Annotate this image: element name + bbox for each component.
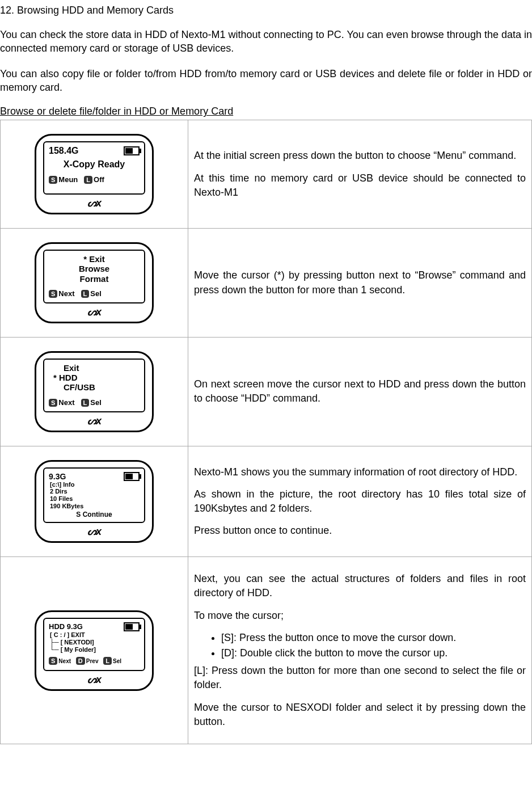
instruction-text: On next screen move the cursor next to H… <box>194 377 526 406</box>
table-row: 158.4G X-Copy Ready SMeun LOff ᔕx <box>1 120 532 229</box>
section-title: 12. Browsing HDD and Memory Cards <box>0 5 532 16</box>
s-badge-label: Next <box>58 398 74 407</box>
tree-line: └─ [ My Folder] <box>50 646 140 653</box>
brand-logo: ᔕx <box>43 525 145 538</box>
l-badge: L <box>84 176 92 184</box>
device-cell: Exit * HDD CF/USB SNext LSel ᔕx <box>1 337 188 446</box>
instruction-text: Move the cursor to NESXODI folder and se… <box>194 701 526 729</box>
instruction-cell: Move the cursor (*) by pressing button n… <box>188 229 532 338</box>
instruction-text: [L]: Press down the button for more than… <box>194 664 526 692</box>
l-badge-label: Sel <box>90 398 102 407</box>
menu-item: Browse <box>49 264 140 273</box>
s-badge-label: Meun <box>58 175 78 184</box>
status-label: X-Copy Ready <box>49 159 140 170</box>
instruction-table: 158.4G X-Copy Ready SMeun LOff ᔕx <box>0 120 532 744</box>
d-badge: D <box>76 657 85 665</box>
storage-label: 9.3G <box>49 472 66 481</box>
device-frame: Exit * HDD CF/USB SNext LSel ᔕx <box>35 351 154 432</box>
device-cell: 9.3G [c:\] Info 2 Dirs 10 Files 190 KByt… <box>1 446 188 557</box>
instruction-cell: At the initial screen press down the but… <box>188 120 532 229</box>
table-row: Exit * HDD CF/USB SNext LSel ᔕx <box>1 337 532 446</box>
s-badge: S <box>49 657 57 665</box>
menu-item: CF/USB <box>53 382 140 392</box>
continue-label: S Continue <box>49 511 140 518</box>
info-line: 2 Dirs <box>50 488 140 495</box>
l-badge-label: Sel <box>113 658 121 664</box>
menu-item: Exit <box>53 363 140 373</box>
instruction-text: Next, you can see the actual structures … <box>194 572 526 600</box>
storage-label: 158.4G <box>49 146 78 156</box>
device-screen: 158.4G X-Copy Ready SMeun LOff <box>43 141 145 195</box>
l-badge-label: Sel <box>90 289 102 298</box>
info-line: 190 KBytes <box>50 503 140 510</box>
brand-logo: ᔕx <box>43 415 145 427</box>
tree-line: [ C : / ] EXIT <box>50 631 140 639</box>
device-frame: 9.3G [c:\] Info 2 Dirs 10 Files 190 KByt… <box>35 460 154 543</box>
table-row: 9.3G [c:\] Info 2 Dirs 10 Files 190 KByt… <box>1 446 532 557</box>
device-screen: HDD 9.3G [ C : / ] EXIT ├─ [ NEXTODI] └─… <box>43 618 145 671</box>
s-badge-label: Next <box>58 658 71 664</box>
menu-item: Format <box>49 274 140 284</box>
device-frame: * Exit Browse Format SNext LSel ᔕx <box>35 242 154 323</box>
instruction-text: As shown in the picture, the root direct… <box>194 487 526 516</box>
sub-header: Browse or delete file/folder in HDD or M… <box>0 106 532 117</box>
l-badge-label: Off <box>94 175 104 184</box>
device-screen: 9.3G [c:\] Info 2 Dirs 10 Files 190 KByt… <box>43 467 145 524</box>
battery-icon <box>124 622 140 631</box>
tree-line: ├─ [ NEXTODI] <box>50 639 140 646</box>
device-cell: 158.4G X-Copy Ready SMeun LOff ᔕx <box>1 120 188 229</box>
intro-paragraph-2: You can also copy file or folder to/from… <box>0 67 532 95</box>
device-frame: 158.4G X-Copy Ready SMeun LOff ᔕx <box>35 134 154 214</box>
instruction-cell: Nexto-M1 shows you the summary informati… <box>188 446 532 557</box>
brand-logo: ᔕx <box>43 673 145 686</box>
d-badge-label: Prev <box>86 658 99 664</box>
device-screen: * Exit Browse Format SNext LSel <box>43 250 145 303</box>
instruction-text: Nexto-M1 shows you the summary informati… <box>194 465 526 479</box>
menu-item: * HDD <box>53 373 140 382</box>
device-frame: HDD 9.3G [ C : / ] EXIT ├─ [ NEXTODI] └─… <box>35 610 154 691</box>
instruction-text: Press button once to continue. <box>194 524 526 538</box>
device-cell: * Exit Browse Format SNext LSel ᔕx <box>1 229 188 338</box>
s-badge: S <box>49 290 57 298</box>
instruction-cell: On next screen move the cursor next to H… <box>188 337 532 446</box>
battery-icon <box>124 146 140 155</box>
header-label: HDD 9.3G <box>49 622 83 631</box>
list-item: [D]: Double click the button to move the… <box>221 646 526 660</box>
s-badge-label: Next <box>58 289 74 298</box>
s-badge: S <box>49 176 57 184</box>
instruction-cell: Next, you can see the actual structures … <box>188 557 532 744</box>
device-cell: HDD 9.3G [ C : / ] EXIT ├─ [ NEXTODI] └─… <box>1 557 188 744</box>
intro-paragraph-1: You can check the store data in HDD of N… <box>0 28 532 56</box>
table-row: HDD 9.3G [ C : / ] EXIT ├─ [ NEXTODI] └─… <box>1 557 532 744</box>
instruction-text: Move the cursor (*) by pressing button n… <box>194 268 526 297</box>
menu-item: * Exit <box>49 254 140 264</box>
l-badge: L <box>81 290 90 298</box>
instruction-text: At the initial screen press down the but… <box>194 149 526 163</box>
table-row: * Exit Browse Format SNext LSel ᔕx <box>1 229 532 338</box>
battery-icon <box>124 472 140 481</box>
brand-logo: ᔕx <box>43 306 145 318</box>
list-item: [S]: Press the button once to move the c… <box>221 631 526 645</box>
bullet-list: [S]: Press the button once to move the c… <box>194 631 526 660</box>
l-badge: L <box>81 399 90 407</box>
l-badge: L <box>103 657 112 665</box>
info-line: [c:\] Info <box>50 481 140 488</box>
s-badge: S <box>49 399 57 407</box>
brand-logo: ᔕx <box>43 197 145 209</box>
device-screen: Exit * HDD CF/USB SNext LSel <box>43 359 145 412</box>
info-line: 10 Files <box>50 495 140 503</box>
instruction-text: To move the cursor; <box>194 609 526 623</box>
instruction-text: At this time no memory card or USB devic… <box>194 171 526 200</box>
